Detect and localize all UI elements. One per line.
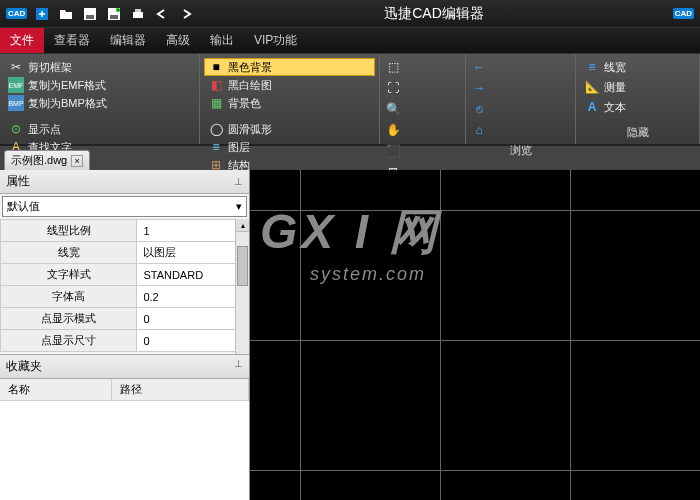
scroll-thumb[interactable]	[237, 246, 248, 286]
ribbon-group-tools: ✂剪切框架 EMF复制为EMF格式 BMP复制为BMP格式 ⊙显示点 A查找文字…	[0, 54, 200, 144]
black-bg-button[interactable]: ■黑色背景	[204, 58, 375, 76]
scissors-icon: ✂	[8, 59, 24, 75]
svg-rect-7	[135, 9, 141, 12]
ruler-icon: 📐	[584, 79, 600, 95]
ribbon-label: 隐藏	[580, 123, 695, 142]
arc-icon: ◯	[208, 121, 224, 137]
bw-icon: ◧	[208, 77, 224, 93]
bg-color-button[interactable]: ▦背景色	[204, 94, 375, 112]
tab-advanced[interactable]: 高级	[156, 28, 200, 53]
undo-icon[interactable]	[153, 5, 171, 23]
ribbon-label: 浏览	[470, 141, 571, 160]
tab-editor[interactable]: 编辑器	[100, 28, 156, 53]
svg-rect-2	[86, 15, 94, 19]
measure-button[interactable]: 📐测量	[580, 78, 695, 96]
text-icon: A	[584, 99, 600, 115]
app-icon: CAD	[6, 8, 27, 19]
default-dropdown[interactable]: 默认值 ▾	[2, 196, 247, 217]
ribbon: ✂剪切框架 EMF复制为EMF格式 BMP复制为BMP格式 ⊙显示点 A查找文字…	[0, 54, 700, 146]
pin-icon[interactable]: ⊥	[234, 358, 243, 375]
palette-icon: ▦	[208, 95, 224, 111]
properties-grid: 线型比例1 线宽以图层 文字样式STANDARD 字体高0.2 点显示模式0 点…	[0, 219, 249, 354]
titlebar: CAD 迅捷CAD编辑器 CAD	[0, 0, 700, 28]
open-folder-icon[interactable]: ⎋	[470, 100, 488, 118]
layers-icon: ≡	[208, 139, 224, 155]
properties-header: 属性 ⊥	[0, 170, 249, 194]
text-button[interactable]: A文本	[580, 98, 695, 116]
tab-output[interactable]: 输出	[200, 28, 244, 53]
table-row[interactable]: 点显示模式0	[1, 308, 249, 330]
bmp-icon: BMP	[8, 95, 24, 111]
document-name: 示例图.dwg	[11, 153, 67, 168]
ribbon-group-cad-settings: ■黑色背景 ◧黑白绘图 ▦背景色 ◯圆滑弧形 ≡图层 ⊞结构 CAD绘图设置	[200, 54, 380, 144]
layers-button[interactable]: ≡图层	[204, 138, 375, 156]
zoom-window-icon[interactable]: ⬚	[384, 58, 402, 76]
zoom-extents-icon[interactable]: ⛶	[384, 79, 402, 97]
print-icon[interactable]	[129, 5, 147, 23]
tab-file[interactable]: 文件	[0, 28, 44, 53]
chevron-down-icon: ▾	[236, 200, 242, 213]
redo-icon[interactable]	[177, 5, 195, 23]
col-path[interactable]: 路径	[112, 379, 249, 400]
table-row[interactable]: 点显示尺寸0	[1, 330, 249, 352]
point-icon: ⊙	[8, 121, 24, 137]
save-icon[interactable]	[81, 5, 99, 23]
close-icon[interactable]: ×	[71, 155, 83, 167]
pan-icon[interactable]: ✋	[384, 121, 402, 139]
arrow-left-icon[interactable]: ←	[470, 58, 488, 76]
lineweight-icon: ≡	[584, 59, 600, 75]
col-name[interactable]: 名称	[0, 379, 112, 400]
cad-badge: CAD	[673, 8, 694, 19]
table-row[interactable]: 线宽以图层	[1, 242, 249, 264]
ribbon-group-hide: ≡线宽 📐测量 A文本 隐藏	[576, 54, 700, 144]
table-row[interactable]: 字体高0.2	[1, 286, 249, 308]
watermark: GX I 网 system.com	[260, 200, 441, 285]
drawing-canvas[interactable]: GX I 网 system.com	[250, 170, 700, 500]
new-icon[interactable]	[33, 5, 51, 23]
scroll-up-icon[interactable]: ▴	[236, 219, 249, 232]
table-row[interactable]: 线型比例1	[1, 220, 249, 242]
black-square-icon: ■	[208, 59, 224, 75]
table-row[interactable]: 文字样式STANDARD	[1, 264, 249, 286]
pin-icon[interactable]: ⊥	[234, 176, 243, 187]
favorites-body	[0, 401, 249, 500]
zoom-in-icon[interactable]: 🔍	[384, 100, 402, 118]
ribbon-group-browse: ← → ⎋ ⌂ 浏览	[466, 54, 576, 144]
zoom-fit-icon[interactable]: ⬛	[384, 142, 402, 160]
open-icon[interactable]	[57, 5, 75, 23]
favorites-columns: 名称 路径	[0, 379, 249, 401]
save-as-icon[interactable]	[105, 5, 123, 23]
lineweight-button[interactable]: ≡线宽	[580, 58, 695, 76]
tab-viewer[interactable]: 查看器	[44, 28, 100, 53]
show-points-button[interactable]: ⊙显示点	[4, 120, 195, 138]
app-title: 迅捷CAD编辑器	[201, 5, 666, 23]
scrollbar[interactable]: ▴	[235, 219, 249, 354]
bw-draw-button[interactable]: ◧黑白绘图	[204, 76, 375, 94]
svg-point-5	[116, 8, 120, 12]
ribbon-group-position: ⬚ ⛶ 🔍 ✋ ⬛ ⊟ ⊕ ⊖ ↻ 位置	[380, 54, 466, 144]
emf-icon: EMF	[8, 77, 24, 93]
favorites-header: 收藏夹 ⊥	[0, 354, 249, 379]
smooth-arc-button[interactable]: ◯圆滑弧形	[204, 120, 375, 138]
document-tab[interactable]: 示例图.dwg ×	[4, 150, 90, 170]
left-panel: 属性 ⊥ 默认值 ▾ 线型比例1 线宽以图层 文字样式STANDARD 字体高0…	[0, 170, 250, 500]
svg-rect-4	[110, 15, 118, 19]
copy-bmp-button[interactable]: BMP复制为BMP格式	[4, 94, 195, 112]
home-icon[interactable]: ⌂	[470, 121, 488, 139]
svg-rect-6	[133, 12, 143, 18]
workspace: 属性 ⊥ 默认值 ▾ 线型比例1 线宽以图层 文字样式STANDARD 字体高0…	[0, 170, 700, 500]
copy-emf-button[interactable]: EMF复制为EMF格式	[4, 76, 195, 94]
menubar: 文件 查看器 编辑器 高级 输出 VIP功能	[0, 28, 700, 54]
cut-frame-button[interactable]: ✂剪切框架	[4, 58, 195, 76]
arrow-right-icon[interactable]: →	[470, 79, 488, 97]
tab-vip[interactable]: VIP功能	[244, 28, 307, 53]
